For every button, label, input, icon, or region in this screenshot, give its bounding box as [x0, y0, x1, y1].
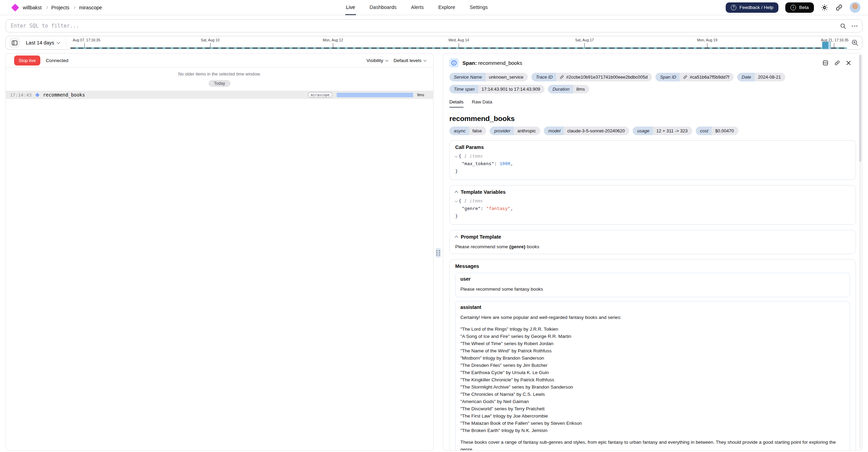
- cost-badge: cost $0.00470: [696, 127, 738, 135]
- book-list-item: "The Dresden Files" series by Jim Butche…: [460, 362, 845, 369]
- panel-resize-handle[interactable]: [436, 248, 441, 258]
- project-tag: mirascope: [308, 92, 332, 98]
- scrollbar[interactable]: [859, 55, 861, 449]
- template-variables-json: { 1 items "genre":"fantasy", }: [455, 197, 850, 220]
- badge-value: claude-3-5-sonnet-20240620: [564, 127, 629, 135]
- sidebar-toggle-icon[interactable]: [9, 38, 20, 48]
- book-list-item: "The Malazan Book of the Fallen" series …: [460, 420, 845, 427]
- chevron-right-icon: [45, 6, 48, 9]
- book-list-item: "American Gods" by Neil Gaiman: [460, 398, 845, 405]
- breadcrumb-org[interactable]: willbakst: [23, 5, 42, 10]
- tab-live[interactable]: Live: [345, 0, 356, 15]
- default-levels-label: Default levels: [394, 58, 421, 63]
- trace-time: 17:14:43: [10, 92, 32, 98]
- badge-value: 12 + 311 -> 323: [653, 127, 692, 135]
- sql-filter-input[interactable]: [11, 23, 834, 29]
- span-tabs: Details Raw Data: [449, 99, 856, 108]
- breadcrumb-projects[interactable]: Projects: [51, 5, 69, 10]
- book-list-item: "The Wheel of Time" series by Robert Jor…: [460, 340, 845, 347]
- timeline-selection[interactable]: [822, 42, 828, 49]
- prompt-template-title[interactable]: Prompt Template: [455, 234, 850, 240]
- tab-raw-data[interactable]: Raw Data: [472, 99, 492, 108]
- trace-row-recommend-books[interactable]: 17:14:43 recommend_books mirascope 9ms: [6, 91, 433, 99]
- chevron-down-icon: [385, 59, 388, 62]
- more-options-icon[interactable]: [852, 26, 857, 27]
- book-list-item: "The Name of the Wind" by Patrick Rothfu…: [460, 347, 845, 354]
- book-list: "The Lord of the Rings" trilogy by J.R.R…: [460, 325, 845, 434]
- span-info-icon: [449, 58, 459, 68]
- timeline-track[interactable]: Aug 07, 17:16:35 Sat, Aug 10 Mon, Aug 12…: [70, 36, 847, 49]
- user-avatar[interactable]: [850, 2, 860, 13]
- span-header-actions: [823, 60, 856, 66]
- breadcrumb: willbakst Projects mirascope: [23, 5, 102, 10]
- template-variables-title[interactable]: Template Variables: [455, 189, 850, 195]
- tab-details[interactable]: Details: [449, 99, 463, 108]
- span-title: Span: recommend_books: [462, 60, 522, 66]
- tab-settings[interactable]: Settings: [469, 0, 488, 15]
- default-levels-dropdown[interactable]: Default levels: [394, 58, 426, 63]
- brand: willbakst Projects mirascope: [12, 5, 102, 10]
- app-logo-icon[interactable]: [11, 3, 19, 11]
- beta-label: Beta: [799, 5, 809, 10]
- message-outro: These books cover a range of fantasy sub…: [460, 439, 845, 451]
- header-actions: ? Feedback / Help i Beta: [726, 2, 860, 13]
- expand-panel-icon[interactable]: [823, 60, 828, 66]
- message-intro: Certainly! Here are some popular and wel…: [460, 314, 845, 321]
- badge-value: $0.00470: [712, 127, 738, 135]
- tab-dashboards[interactable]: Dashboards: [369, 0, 397, 15]
- badge-label: async: [449, 127, 469, 135]
- zoom-in-icon[interactable]: [851, 39, 859, 47]
- top-nav: willbakst Projects mirascope Live Dashbo…: [0, 0, 868, 15]
- divider: [66, 38, 66, 47]
- share-link-icon[interactable]: [835, 4, 843, 11]
- book-list-item: "A Song of Ice and Fire" series by Georg…: [460, 333, 845, 340]
- main-tabs: Live Dashboards Alerts Explore Settings: [345, 0, 488, 15]
- badge-label: Service Name: [449, 73, 486, 81]
- close-icon[interactable]: [846, 60, 851, 66]
- theme-toggle-icon[interactable]: [821, 4, 828, 11]
- live-feed-toolbar: Stop live Connected Visibility Default l…: [6, 53, 433, 68]
- feedback-help-button[interactable]: ? Feedback / Help: [726, 2, 778, 13]
- call-params-json: { 1 items "max_tokens":1000, }: [455, 152, 850, 175]
- call-params-card: Call Params { 1 items "max_tokens":1000,…: [449, 140, 856, 180]
- stop-live-button[interactable]: Stop live: [14, 56, 40, 66]
- tab-explore[interactable]: Explore: [438, 0, 456, 15]
- provider-badge: provider anthropic: [490, 127, 540, 135]
- search-icon[interactable]: [840, 23, 846, 29]
- visibility-dropdown[interactable]: Visibility: [366, 58, 388, 63]
- model-badge: model claude-3-5-sonnet-20240620: [544, 127, 629, 135]
- live-feed-panel: Stop live Connected Visibility Default l…: [6, 53, 433, 451]
- badge-label: provider: [490, 127, 514, 135]
- panel-gutter: [433, 53, 443, 451]
- chevron-down-icon: [423, 59, 427, 62]
- chevron-right-icon: [73, 6, 75, 9]
- time-range-selector[interactable]: Last 14 days: [24, 40, 62, 46]
- trace-id-badge[interactable]: Trace ID #2ccbe10b91e371741b00eee2bdbc00…: [531, 73, 652, 81]
- empty-window-message: No older items in the selected time wind…: [6, 72, 433, 77]
- timeline-tick-label: Sat, Aug 10: [201, 38, 219, 42]
- visibility-label: Visibility: [366, 58, 383, 63]
- scrollbar-thumb[interactable]: [859, 55, 861, 162]
- copy-link-icon[interactable]: [834, 60, 840, 66]
- timeline-tick-label: Aug 07, 17:16:35: [73, 38, 100, 42]
- service-name-badge: Service Name unknown_service: [449, 73, 528, 81]
- breadcrumb-project[interactable]: mirascope: [79, 5, 102, 10]
- user-message: user Please recommend some fantasy books: [455, 273, 850, 297]
- chevron-up-icon: [455, 236, 458, 239]
- beta-badge[interactable]: i Beta: [785, 2, 814, 13]
- book-list-item: "The Stormlight Archive" series by Brand…: [460, 383, 845, 391]
- book-list-item: "The Earthsea Cycle" by Ursula K. Le Gui…: [460, 369, 845, 376]
- book-list-item: "The Kingkiller Chronicle" by Patrick Ro…: [460, 376, 845, 383]
- badge-value: unknown_service: [486, 73, 528, 81]
- book-list-item: "Mistborn" trilogy by Brandon Sanderson: [460, 354, 845, 362]
- span-function-heading: recommend_books: [449, 114, 856, 123]
- message-role: user: [460, 276, 845, 282]
- span-id-badge[interactable]: Span ID #ca51b6a7f5b9dd7f: [655, 73, 734, 81]
- usage-badge: usage 12 + 311 -> 323: [633, 127, 692, 135]
- question-icon: ?: [731, 5, 736, 10]
- live-feed-body: No older items in the selected time wind…: [6, 68, 433, 99]
- collapse-toggle-icon[interactable]: [455, 154, 458, 157]
- tab-alerts[interactable]: Alerts: [410, 0, 425, 15]
- main-content: Stop live Connected Visibility Default l…: [6, 53, 862, 451]
- collapse-toggle-icon[interactable]: [455, 199, 458, 202]
